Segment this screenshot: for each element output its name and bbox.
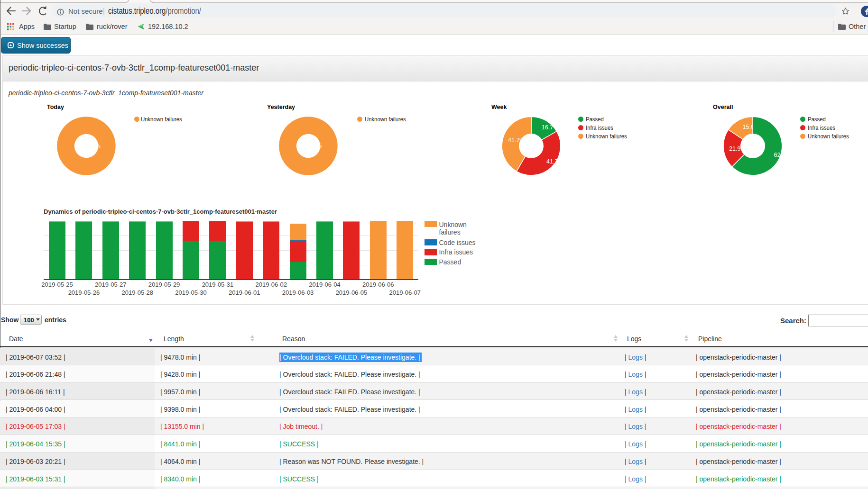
svg-text:100%: 100% <box>85 143 101 149</box>
svg-text:41.7%: 41.7% <box>508 137 525 144</box>
svg-text:21.9%: 21.9% <box>729 145 746 152</box>
svg-text:100%: 100% <box>307 143 322 149</box>
svg-text:62.5%: 62.5% <box>774 152 791 158</box>
